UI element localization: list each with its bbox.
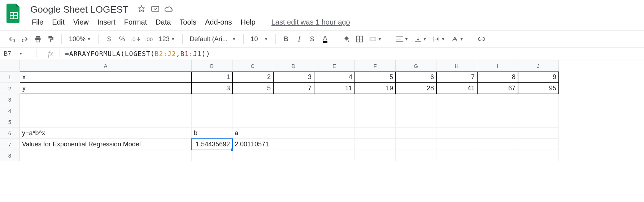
cell-D6[interactable] [273,128,314,139]
italic-button[interactable]: I [294,34,305,44]
cell-C8[interactable] [232,150,273,161]
cell-B5[interactable] [192,116,232,128]
cell-A7[interactable]: Values for Exponential Regression Model [20,139,192,150]
cell-G7[interactable] [396,139,436,150]
cloud-status-icon[interactable] [165,5,173,13]
cell-D2[interactable]: 7 [273,83,314,94]
menu-data[interactable]: Data [152,17,174,28]
col-header-A[interactable]: A [20,60,192,72]
select-all-corner[interactable] [0,60,20,72]
move-icon[interactable] [151,5,160,13]
menu-format[interactable]: Format [121,17,151,28]
cell-A8[interactable] [20,150,192,161]
col-header-F[interactable]: F [355,60,396,72]
insert-link-button[interactable] [476,34,487,44]
cell-A6[interactable]: y=a*b^x [20,128,192,139]
cell-D4[interactable] [273,105,314,116]
cell-I2[interactable]: 67 [477,83,518,94]
cell-H6[interactable] [436,128,477,139]
col-header-B[interactable]: B [192,60,232,72]
cell-A5[interactable] [20,116,192,128]
cell-D8[interactable] [273,150,314,161]
menu-addons[interactable]: Add-ons [201,17,236,28]
col-header-D[interactable]: D [273,60,314,72]
cell-B7[interactable]: 1.54435692 [192,139,232,150]
cell-F7[interactable] [355,139,396,150]
document-title[interactable]: Google Sheet LOGEST [28,3,131,16]
cell-B6[interactable]: b [192,128,232,139]
cell-E7[interactable] [314,139,355,150]
formula-input[interactable]: =ARRAYFORMULA(LOGEST(B2:J2,B1:J1)) [65,50,644,57]
fill-color-button[interactable] [341,34,352,44]
last-edit-link[interactable]: Last edit was 1 hour ago [268,17,354,28]
row-header-6[interactable]: 6 [0,128,20,139]
cell-F5[interactable] [355,116,396,128]
menu-view[interactable]: View [70,17,92,28]
merge-cells-button[interactable]: ▼ [367,35,384,43]
menu-insert[interactable]: Insert [94,17,119,28]
row-header-5[interactable]: 5 [0,116,20,128]
cell-J2[interactable]: 95 [518,83,559,94]
font-size-selector[interactable]: 10▼ [249,35,270,43]
cell-A1[interactable]: x [20,72,192,83]
cell-B1[interactable]: 1 [192,72,232,83]
cell-B2[interactable]: 3 [192,83,232,94]
cell-G4[interactable] [396,105,436,116]
cell-H2[interactable]: 41 [436,83,477,94]
cell-E5[interactable] [314,116,355,128]
cell-F1[interactable]: 5 [355,72,396,83]
cell-H8[interactable] [436,150,477,161]
redo-button[interactable] [19,34,30,44]
cell-G1[interactable]: 6 [396,72,436,83]
cell-D7[interactable] [273,139,314,150]
cell-B4[interactable] [192,105,232,116]
star-icon[interactable] [137,5,146,14]
cell-J8[interactable] [518,150,559,161]
text-rotation-button[interactable]: ▼ [449,36,466,42]
format-currency-button[interactable]: $ [104,34,114,44]
col-header-I[interactable]: I [477,60,518,72]
cell-I3[interactable] [477,94,518,105]
cell-I7[interactable] [477,139,518,150]
cell-E6[interactable] [314,128,355,139]
paint-format-button[interactable] [45,34,56,44]
cell-H4[interactable] [436,105,477,116]
bold-button[interactable]: B [281,34,292,44]
cell-C2[interactable]: 5 [232,83,273,94]
cell-H1[interactable]: 7 [436,72,477,83]
cell-F3[interactable] [355,94,396,105]
col-header-G[interactable]: G [396,60,436,72]
cell-C7[interactable]: 2.00110571 [232,139,273,150]
row-header-3[interactable]: 3 [0,94,20,105]
cell-G6[interactable] [396,128,436,139]
cell-D5[interactable] [273,116,314,128]
decrease-decimal-button[interactable]: .0 [130,34,142,44]
cell-B8[interactable] [192,150,232,161]
cell-D1[interactable]: 3 [273,72,314,83]
cell-I1[interactable]: 8 [477,72,518,83]
cell-C3[interactable] [232,94,273,105]
row-header-4[interactable]: 4 [0,105,20,116]
cell-I8[interactable] [477,150,518,161]
cell-I4[interactable] [477,105,518,116]
strikethrough-button[interactable]: S [307,34,318,44]
cell-I6[interactable] [477,128,518,139]
menu-help[interactable]: Help [237,17,259,28]
menu-file[interactable]: File [28,17,47,28]
row-header-2[interactable]: 2 [0,83,20,94]
name-box[interactable]: B7 ▼ [0,50,36,57]
text-color-button[interactable]: A [320,34,331,44]
cell-C6[interactable]: a [232,128,273,139]
row-header-7[interactable]: 7 [0,139,20,150]
cell-D3[interactable] [273,94,314,105]
cell-E3[interactable] [314,94,355,105]
cell-G8[interactable] [396,150,436,161]
increase-decimal-button[interactable]: .00 [144,34,155,44]
cell-G5[interactable] [396,116,436,128]
col-header-H[interactable]: H [436,60,477,72]
row-header-8[interactable]: 8 [0,150,20,161]
sheets-logo[interactable] [6,3,22,24]
cell-A4[interactable] [20,105,192,116]
cell-E4[interactable] [314,105,355,116]
borders-button[interactable] [354,34,365,44]
